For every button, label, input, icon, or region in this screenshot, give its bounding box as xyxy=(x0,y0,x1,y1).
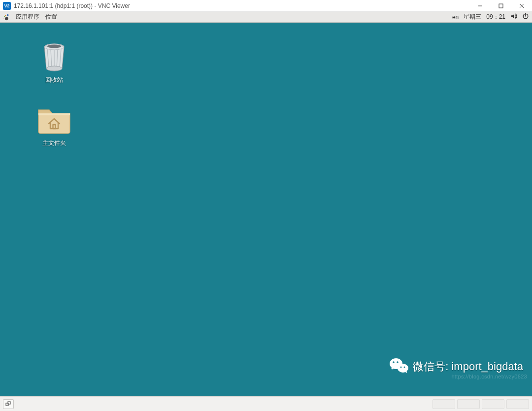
svg-point-26 xyxy=(404,367,405,368)
fullscreen-toggle-button[interactable] xyxy=(3,399,14,409)
vnc-statusbar xyxy=(0,396,532,411)
power-icon[interactable] xyxy=(522,13,529,21)
clock-day[interactable]: 星期三 xyxy=(464,13,481,21)
window-titlebar: V2 172.16.1.101:1 (hdp1:1 (root)) - VNC … xyxy=(0,0,532,12)
minimize-button[interactable] xyxy=(470,0,491,12)
gnome-foot-icon xyxy=(3,14,10,21)
trash-icon xyxy=(40,42,68,73)
status-cell xyxy=(457,399,480,409)
window-controls xyxy=(470,0,532,12)
csdn-watermark: https://blog.csdn.net/wzy0623 xyxy=(451,374,527,379)
desktop-icon-label: 回收站 xyxy=(45,76,63,84)
wechat-icon xyxy=(389,357,409,377)
gnome-top-panel: 应用程序 位置 en 星期三 09：21 xyxy=(0,12,532,23)
svg-point-24 xyxy=(398,364,408,373)
svg-point-25 xyxy=(400,367,402,368)
desktop-icon-trash[interactable]: 回收站 xyxy=(32,42,76,84)
svg-point-4 xyxy=(7,14,9,16)
window-title: 172.16.1.101:1 (hdp1:1 (root)) - VNC Vie… xyxy=(14,2,470,9)
menu-places[interactable]: 位置 xyxy=(45,13,57,21)
svg-point-5 xyxy=(5,15,6,16)
desktop-icon-home-folder[interactable]: 主文件夹 xyxy=(32,104,76,147)
desktop-surface[interactable]: 回收站 主文件夹 xyxy=(0,23,532,396)
vnc-remote-desktop: 应用程序 位置 en 星期三 09：21 xyxy=(0,12,532,396)
svg-point-18 xyxy=(46,66,62,71)
input-language-indicator[interactable]: en xyxy=(452,14,459,21)
folder-home-icon xyxy=(36,104,72,136)
status-cell xyxy=(482,399,504,409)
status-cell xyxy=(432,399,455,409)
close-button[interactable] xyxy=(511,0,532,12)
svg-point-12 xyxy=(47,45,61,48)
vnc-app-icon: V2 xyxy=(3,2,11,10)
menu-applications[interactable]: 应用程序 xyxy=(16,13,39,21)
watermark-text: 微信号: import_bigdata xyxy=(413,359,523,374)
svg-point-22 xyxy=(393,361,395,363)
svg-rect-19 xyxy=(38,113,70,115)
svg-point-23 xyxy=(397,361,399,363)
maximize-button[interactable] xyxy=(491,0,511,12)
volume-icon[interactable] xyxy=(510,13,517,21)
svg-point-6 xyxy=(4,16,5,17)
svg-point-7 xyxy=(3,17,4,18)
desktop-icon-label: 主文件夹 xyxy=(42,139,66,147)
svg-rect-1 xyxy=(499,4,503,8)
status-cell xyxy=(506,399,529,409)
clock-time[interactable]: 09：21 xyxy=(486,13,505,21)
